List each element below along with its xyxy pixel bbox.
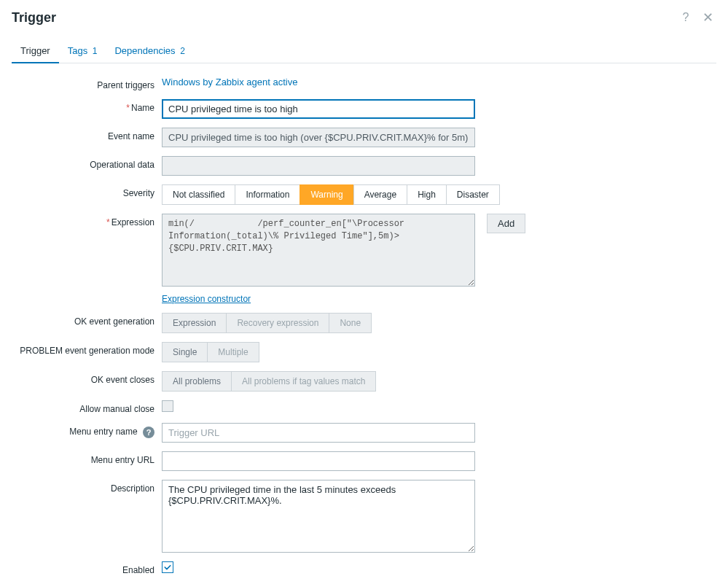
- tab-trigger[interactable]: Trigger: [12, 39, 59, 63]
- tab-deps-count: 2: [180, 46, 185, 56]
- ok-gen-recovery: Recovery expression: [226, 313, 329, 333]
- problem-gen-single: Single: [162, 342, 208, 362]
- description-textarea[interactable]: The CPU privileged time in the last 5 mi…: [162, 480, 475, 553]
- label-expression: Expression: [111, 217, 154, 227]
- label-ok-closes: OK event closes: [12, 371, 162, 385]
- severity-information[interactable]: Information: [235, 184, 300, 205]
- label-menu-url: Menu entry URL: [12, 451, 162, 465]
- label-description: Description: [12, 480, 162, 494]
- label-parent-triggers: Parent triggers: [12, 77, 162, 90]
- tab-dependencies[interactable]: Dependencies 2: [106, 39, 193, 63]
- label-operational-data: Operational data: [12, 156, 162, 170]
- enabled-checkbox[interactable]: [162, 561, 173, 573]
- label-severity: Severity: [12, 184, 162, 198]
- operational-data-input[interactable]: [162, 156, 475, 176]
- tab-tags-label: Tags: [68, 45, 87, 56]
- help-icon[interactable]: ?: [677, 9, 694, 26]
- menu-entry-url-input[interactable]: [162, 451, 475, 471]
- expression-constructor-link[interactable]: Expression constructor: [162, 294, 251, 304]
- problem-gen-group: Single Multiple: [162, 342, 259, 362]
- severity-group: Not classified Information Warning Avera…: [162, 184, 500, 205]
- parent-triggers-link[interactable]: Windows by Zabbix agent active: [162, 77, 297, 87]
- ok-gen-group: Expression Recovery expression None: [162, 313, 372, 333]
- label-ok-gen: OK event generation: [12, 313, 162, 327]
- severity-warning[interactable]: Warning: [300, 184, 353, 205]
- expression-textarea[interactable]: min(/ /perf_counter_en["\Processor Infor…: [162, 214, 475, 287]
- page-title: Trigger: [12, 10, 56, 26]
- label-problem-gen: PROBLEM event generation mode: [12, 342, 162, 356]
- severity-high[interactable]: High: [407, 184, 447, 205]
- severity-not-classified[interactable]: Not classified: [162, 184, 235, 205]
- label-allow-manual: Allow manual close: [12, 400, 162, 414]
- problem-gen-multiple: Multiple: [207, 342, 259, 362]
- tab-tags-count: 1: [93, 46, 98, 56]
- expression-add-button[interactable]: Add: [487, 214, 525, 233]
- ok-closes-tag: All problems if tag values match: [231, 371, 376, 392]
- tab-deps-label: Dependencies: [114, 45, 175, 56]
- label-menu-name: Menu entry name: [69, 427, 137, 437]
- severity-average[interactable]: Average: [353, 184, 407, 205]
- label-enabled: Enabled: [12, 561, 162, 575]
- severity-disaster[interactable]: Disaster: [446, 184, 500, 205]
- event-name-input[interactable]: [162, 128, 475, 147]
- ok-closes-all: All problems: [162, 371, 232, 392]
- menu-entry-name-input[interactable]: [162, 423, 475, 443]
- name-input[interactable]: [162, 99, 475, 119]
- ok-gen-expression: Expression: [162, 313, 227, 333]
- ok-gen-none: None: [329, 313, 372, 333]
- tabs: Trigger Tags 1 Dependencies 2: [12, 39, 716, 63]
- allow-manual-checkbox[interactable]: [162, 400, 173, 412]
- ok-closes-group: All problems All problems if tag values …: [162, 371, 376, 392]
- label-name: Name: [131, 103, 154, 113]
- close-icon[interactable]: ✕: [699, 9, 716, 26]
- tab-tags[interactable]: Tags 1: [59, 39, 106, 63]
- label-event-name: Event name: [12, 128, 162, 141]
- help-icon[interactable]: ?: [143, 427, 154, 438]
